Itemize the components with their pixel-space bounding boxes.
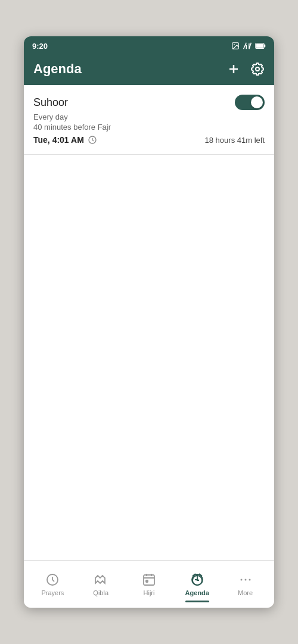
alarm-clock-icon xyxy=(88,135,97,145)
svg-point-25 xyxy=(240,579,242,580)
more-icon xyxy=(238,573,253,587)
hijri-icon xyxy=(142,573,156,587)
nav-item-more[interactable]: More xyxy=(221,568,269,601)
app-screen: 9:20 A xyxy=(24,36,274,608)
image-icon xyxy=(231,42,240,50)
svg-point-1 xyxy=(234,44,235,45)
settings-button[interactable] xyxy=(250,62,265,76)
nav-label-hijri: Hijri xyxy=(144,589,155,596)
header-actions xyxy=(226,62,265,76)
main-content: Suhoor Every day 40 minutes before Fajr … xyxy=(24,85,274,560)
svg-point-7 xyxy=(256,67,259,71)
status-icons xyxy=(231,42,266,50)
alarm-time-text: Tue, 4:01 AM xyxy=(33,135,84,145)
agenda-icon xyxy=(190,573,204,587)
nav-item-hijri[interactable]: Hijri xyxy=(125,568,173,601)
status-bar: 9:20 xyxy=(24,36,274,55)
nav-label-agenda: Agenda xyxy=(185,589,209,596)
battery-icon xyxy=(255,42,266,49)
svg-point-27 xyxy=(249,579,250,580)
status-time: 9:20 xyxy=(32,42,48,51)
nav-item-prayers[interactable]: Prayers xyxy=(29,568,77,601)
alarm-remaining: 18 hours 41m left xyxy=(205,136,265,145)
nav-label-prayers: Prayers xyxy=(41,589,64,596)
alarm-offset: 40 minutes before Fajr xyxy=(33,123,265,132)
nav-item-agenda[interactable]: Agenda xyxy=(173,568,221,601)
nav-item-qibla[interactable]: Qibla xyxy=(77,568,125,601)
add-button[interactable] xyxy=(226,62,241,76)
alarm-repeat: Every day xyxy=(33,112,265,121)
page-title: Agenda xyxy=(33,61,82,77)
svg-rect-10 xyxy=(144,575,154,585)
nav-label-more: More xyxy=(238,589,253,596)
alarm-toggle[interactable] xyxy=(235,95,265,110)
alarm-title: Suhoor xyxy=(33,96,68,109)
alarm-card[interactable]: Suhoor Every day 40 minutes before Fajr … xyxy=(24,85,274,155)
qibla-icon xyxy=(94,573,108,587)
svg-rect-4 xyxy=(256,44,263,48)
prayers-icon xyxy=(45,573,60,587)
bottom-nav: Prayers Qibla xyxy=(24,560,274,608)
alarm-header: Suhoor xyxy=(33,95,265,110)
alarm-time: Tue, 4:01 AM xyxy=(33,135,97,145)
svg-rect-14 xyxy=(146,580,148,582)
phone-container: 9:20 A xyxy=(0,0,298,644)
signal-icon xyxy=(243,42,252,50)
svg-point-26 xyxy=(244,579,246,580)
nav-label-qibla: Qibla xyxy=(93,589,108,596)
svg-rect-3 xyxy=(264,45,265,48)
app-header: Agenda xyxy=(24,55,274,85)
alarm-time-row: Tue, 4:01 AM 18 hours 41m left xyxy=(33,135,265,145)
toggle-slider xyxy=(235,95,265,110)
